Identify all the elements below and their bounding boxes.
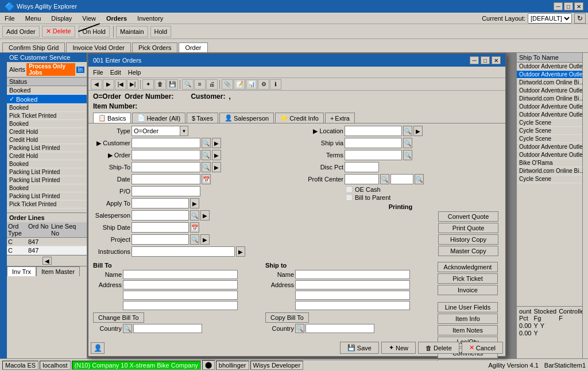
menu-inventory[interactable]: Inventory: [135, 14, 165, 22]
ship-address-input3[interactable]: [295, 301, 410, 310]
bill-country-input[interactable]: [133, 324, 202, 333]
maintain-btn[interactable]: Maintain: [116, 26, 148, 37]
ship-to-item[interactable]: Outdoor Adventure Outlet: [517, 103, 588, 111]
bill-address-input2[interactable]: [123, 291, 238, 300]
menu-menu[interactable]: Menu: [23, 14, 44, 22]
salesperson-go-btn[interactable]: ▶: [200, 210, 210, 221]
project-lookup-btn[interactable]: 🔍: [190, 234, 199, 245]
salesperson-input[interactable]: [131, 210, 189, 221]
item-info-btn[interactable]: Item Info: [438, 314, 498, 324]
refresh-btn[interactable]: ↻: [574, 13, 586, 24]
bill-address-input3[interactable]: [123, 301, 238, 310]
change-bill-to-btn[interactable]: Change Bill To: [93, 312, 144, 323]
acknowledgment-btn[interactable]: Acknowledgment: [438, 262, 498, 272]
pick-ticket-btn[interactable]: Pick Ticket: [438, 273, 498, 284]
location-input[interactable]: [345, 126, 402, 136]
modal-tb-first[interactable]: |◀: [115, 79, 126, 90]
customer-go-btn[interactable]: ▶: [212, 138, 221, 148]
add-order-btn[interactable]: Add Order: [2, 26, 40, 37]
status-item[interactable]: Packing List Printed: [7, 144, 87, 152]
tab-basics[interactable]: 📋Basics: [93, 113, 131, 123]
menu-file[interactable]: File: [2, 14, 17, 22]
modal-tb-search[interactable]: 🔍: [182, 79, 194, 90]
profit-center-lookup-btn[interactable]: 🔍: [380, 174, 389, 184]
modal-tb-print[interactable]: 🖨: [206, 79, 218, 90]
status-item[interactable]: Booked: [7, 184, 87, 192]
profit-center-input2[interactable]: [390, 174, 413, 184]
modal-tb-new[interactable]: ✦: [142, 79, 154, 90]
ship-to-item[interactable]: Cycle Scene: [517, 135, 588, 143]
modal-tb-delete[interactable]: 🗑: [154, 79, 166, 90]
modal-tb-forward[interactable]: ▶: [103, 79, 114, 90]
invoice-btn[interactable]: Invoice: [438, 285, 498, 295]
hold-btn[interactable]: Hold: [150, 26, 172, 37]
project-input[interactable]: [131, 234, 189, 245]
atp-btn[interactable]: ATP: [438, 360, 498, 361]
disc-pct-input[interactable]: [345, 162, 379, 172]
po-input[interactable]: [131, 186, 200, 196]
modal-menu-file[interactable]: File: [93, 69, 103, 76]
tab-header-all[interactable]: 📄Header (All): [132, 113, 185, 123]
ship-to-item[interactable]: Outdoor Adventure Outlet: [517, 151, 588, 159]
minimize-btn[interactable]: ─: [554, 2, 563, 10]
ship-to-item[interactable]: Outdoor Adventure Outlet: [517, 71, 588, 79]
status-item[interactable]: Credit Hold: [7, 128, 87, 136]
ship-country-input[interactable]: [305, 324, 374, 333]
ship-to-go-btn[interactable]: ▶: [212, 162, 221, 172]
ship-via-lookup-btn[interactable]: 🔍: [403, 138, 412, 148]
type-input[interactable]: [131, 126, 180, 136]
date-input[interactable]: [131, 174, 200, 184]
left-scroll-btn[interactable]: ◀: [42, 257, 52, 265]
tab-pick-orders[interactable]: Pick Orders: [132, 42, 177, 52]
on-hold-btn[interactable]: On Hold: [79, 26, 110, 37]
ship-address-input1[interactable]: [295, 280, 410, 289]
cancel-btn[interactable]: ✕ Cancel: [462, 342, 503, 354]
modal-close-btn[interactable]: ✕: [492, 56, 501, 64]
terms-input[interactable]: [345, 150, 402, 160]
apply-to-input[interactable]: [131, 198, 189, 208]
bill-name-input[interactable]: [123, 270, 238, 279]
ship-to-input[interactable]: [131, 162, 200, 172]
ship-to-item[interactable]: Dirtworld.com Online Bike Stor: [517, 79, 588, 87]
terms-lookup-btn[interactable]: 🔍: [403, 150, 412, 160]
modal-minimize-btn[interactable]: ─: [470, 56, 479, 64]
right-scrollbar[interactable]: [582, 53, 588, 361]
status-item[interactable]: Packing List Printed: [7, 192, 87, 200]
bill-to-parent-checkbox[interactable]: [346, 194, 353, 201]
ship-country-lookup-btn[interactable]: 🔍: [295, 324, 304, 333]
oe-cash-checkbox[interactable]: [346, 186, 353, 193]
bill-country-lookup-btn[interactable]: 🔍: [123, 324, 132, 333]
new-btn[interactable]: ✦ New: [381, 342, 416, 354]
modal-tb-last[interactable]: ▶|: [127, 79, 138, 90]
order-go-btn[interactable]: ▶: [212, 150, 221, 160]
modal-tb-filter[interactable]: ≡: [194, 79, 206, 90]
project-go-btn[interactable]: ▶: [200, 234, 210, 245]
ship-name-input[interactable]: [295, 270, 410, 279]
order-lookup-btn[interactable]: 🔍: [202, 150, 211, 160]
ship-date-calendar-btn[interactable]: 📅: [190, 222, 199, 233]
delete-modal-btn[interactable]: 🗑 Delete: [418, 342, 459, 354]
salesperson-lookup-btn[interactable]: 🔍: [190, 210, 199, 221]
status-item[interactable]: Booked: [7, 120, 87, 128]
ship-to-item[interactable]: Bike O'Rama: [517, 159, 588, 167]
status-item[interactable]: Booked: [7, 86, 87, 95]
ship-address-input2[interactable]: [295, 291, 410, 300]
tab-extra[interactable]: +Extra: [325, 113, 355, 123]
tab-credit-info[interactable]: ⭐Credit Info: [275, 113, 324, 123]
ship-date-input[interactable]: [131, 222, 189, 233]
tab-salesperson[interactable]: 👤Salesperson: [219, 113, 274, 123]
tab-inv-trx[interactable]: Inv Trx: [7, 266, 36, 276]
ship-to-item[interactable]: Outdoor Adventure Outlet: [517, 143, 588, 151]
tab-confirm-ship[interactable]: Confirm Ship Grid: [2, 42, 65, 52]
location-go-btn[interactable]: ▶: [413, 126, 423, 136]
history-copy-btn[interactable]: History Copy: [438, 234, 498, 245]
profit-center-input[interactable]: [345, 174, 379, 184]
status-item[interactable]: Booked: [7, 160, 87, 168]
tab-item-master[interactable]: Item Master: [36, 266, 80, 276]
modal-menu-help[interactable]: Help: [128, 69, 141, 76]
delete-btn[interactable]: ✕ Delete: [42, 26, 75, 37]
ship-to-lookup-btn[interactable]: 🔍: [202, 162, 211, 172]
ship-to-item[interactable]: Cycle Scene: [517, 127, 588, 135]
status-item[interactable]: Packing List Printed: [7, 168, 87, 176]
status-item[interactable]: Credit Hold: [7, 136, 87, 144]
